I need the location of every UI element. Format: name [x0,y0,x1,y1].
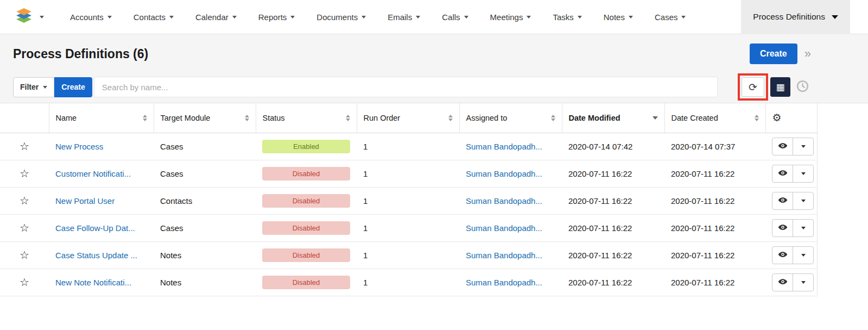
eye-icon [778,277,788,288]
nav-item-calendar[interactable]: Calendar [195,13,237,22]
chevron-down-icon [832,15,838,19]
assigned-to-link[interactable]: Suman Bandopadh... [466,142,542,151]
favorite-column-header [0,103,49,133]
table-row: ☆ New Process Cases Enabled 1 Suman Band… [0,133,817,160]
run-order-cell: 1 [357,241,459,269]
row-actions-dropdown-button[interactable] [793,273,814,291]
record-name-link[interactable]: New Portal User [55,196,115,206]
nav-item-tasks[interactable]: Tasks [553,13,581,22]
app-logo[interactable] [13,7,44,27]
grid-view-button[interactable]: ▦ [770,77,790,97]
favorite-star-icon[interactable]: ☆ [20,195,29,207]
nav-item-cases[interactable]: Cases [655,13,686,22]
run-order-cell: 1 [357,187,459,214]
date-created-cell: 2020-07-11 16:22 [664,160,765,187]
chevron-down-icon [362,16,366,18]
nav-item-calls[interactable]: Calls [442,13,468,22]
status-badge: Disabled [262,167,350,180]
filter-create-button[interactable]: Create [54,77,92,97]
nav-item-process-definitions-active[interactable]: Process Definitions [741,0,850,34]
nav-item-accounts[interactable]: Accounts [70,13,112,22]
gear-icon[interactable]: ⚙ [772,112,782,123]
row-actions-dropdown-button[interactable] [793,138,814,155]
column-label: Name [56,114,77,122]
record-name-link[interactable]: New Process [55,142,103,151]
date-modified-cell: 2020-07-11 16:22 [562,269,664,296]
nav-item-label: Tasks [553,13,573,22]
assigned-to-link[interactable]: Suman Bandopadh... [466,196,542,206]
favorite-star-icon[interactable]: ☆ [20,140,29,152]
chevron-down-icon [107,16,112,18]
nav-item-label: Contacts [134,13,166,22]
nav-item-contacts[interactable]: Contacts [134,13,174,22]
column-label: Run Order [364,114,401,122]
chevron-down-icon [801,172,806,175]
column-header-date-modified[interactable]: Date Modified [562,103,664,133]
nav-item-label: Calendar [195,13,229,22]
row-actions-dropdown-button[interactable] [793,165,814,183]
refresh-button[interactable]: ⟳ [742,77,764,97]
cube-stack-logo-icon [13,7,35,27]
assigned-to-link[interactable]: Suman Bandopadh... [466,278,542,287]
top-nav: Accounts Contacts Calendar Reports Docum… [0,0,868,34]
filter-toolbar: Filter Create ⟳ ▦ [13,73,811,101]
more-chevrons-icon[interactable]: » [804,48,811,60]
row-actions-dropdown-button[interactable] [793,219,814,237]
favorite-star-icon[interactable]: ☆ [20,249,29,261]
record-name-link[interactable]: Case Status Update ... [55,251,137,260]
nav-item-notes[interactable]: Notes [604,13,633,22]
column-header-date-created[interactable]: Date Created [664,103,765,133]
record-name-link[interactable]: New Note Notificati... [55,278,131,287]
target-module-cell: Cases [154,214,256,241]
module-header: Process Definitions (6) Create » Filter … [0,34,868,103]
row-actions-dropdown-button[interactable] [793,246,814,264]
chevron-down-icon [43,86,47,89]
favorite-star-icon[interactable]: ☆ [20,222,29,234]
row-actions-dropdown-button[interactable] [793,192,814,210]
title-row: Process Definitions (6) Create » [13,43,811,64]
table-row: ☆ Customer Notificati... Cases Disabled … [0,160,817,187]
filter-label: Filter [20,83,39,91]
favorite-star-icon[interactable]: ☆ [20,276,29,288]
nav-item-documents[interactable]: Documents [316,13,366,22]
record-name-link[interactable]: Customer Notificati... [55,169,131,178]
status-badge: Disabled [262,221,350,235]
column-header-status[interactable]: Status [256,103,357,133]
nav-item-meetings[interactable]: Meetings [490,13,531,22]
table-row: ☆ New Note Notificati... Notes Disabled … [0,269,817,296]
column-header-run-order[interactable]: Run Order [357,103,459,133]
date-modified-cell: 2020-07-11 16:22 [562,241,664,269]
search-input[interactable] [94,77,718,97]
favorite-star-icon[interactable]: ☆ [20,167,29,179]
chevron-down-icon [681,16,686,18]
filter-dropdown-button[interactable]: Filter [13,77,54,97]
column-header-target-module[interactable]: Target Module [154,103,256,133]
column-header-name[interactable]: Name [49,103,154,133]
target-module-cell: Notes [154,269,256,296]
preview-eye-button[interactable] [772,165,793,183]
sort-icon [143,115,147,121]
preview-eye-button[interactable] [772,219,793,237]
preview-eye-button[interactable] [772,138,793,155]
column-header-assigned-to[interactable]: Assigned to [459,103,562,133]
record-name-link[interactable]: Case Follow-Up Dat... [55,223,135,233]
nav-item-emails[interactable]: Emails [388,13,420,22]
assigned-to-link[interactable]: Suman Bandopadh... [466,251,542,260]
chevron-down-icon [290,16,295,18]
preview-eye-button[interactable] [772,273,793,291]
assigned-to-link[interactable]: Suman Bandopadh... [466,223,542,233]
assigned-to-link[interactable]: Suman Bandopadh... [466,169,542,178]
create-record-button[interactable]: Create [750,43,797,64]
nav-item-label: Notes [604,13,625,22]
eye-icon [778,141,788,152]
nav-item-label: Documents [316,13,358,22]
recently-viewed-clock-button[interactable] [794,78,811,96]
eye-icon [778,222,788,234]
nav-item-reports[interactable]: Reports [258,13,295,22]
date-modified-cell: 2020-07-11 16:22 [562,187,664,214]
preview-eye-button[interactable] [772,192,793,210]
preview-eye-button[interactable] [772,246,793,264]
target-module-cell: Cases [154,133,256,160]
date-modified-cell: 2020-07-14 07:42 [562,133,664,160]
sort-icon [755,115,759,121]
